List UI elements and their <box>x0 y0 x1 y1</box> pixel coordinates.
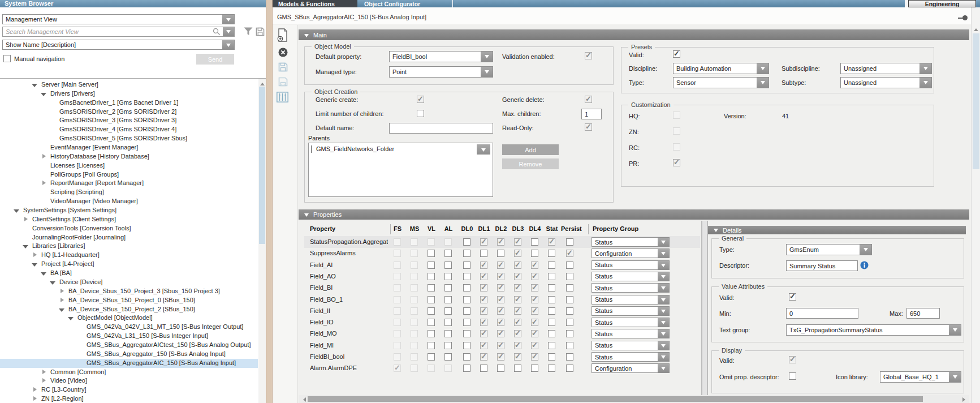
scroll-left-icon[interactable] <box>300 396 306 402</box>
tree-item[interactable]: ZN [L2-Region] <box>0 395 258 403</box>
horizontal-scrollbar-thumb[interactable] <box>308 396 923 402</box>
chevron-collapsed-icon[interactable] <box>59 289 65 295</box>
section-header-properties[interactable]: Properties <box>299 209 969 220</box>
tree-scrollbar-thumb[interactable] <box>259 87 265 244</box>
chevron-collapsed-icon[interactable] <box>41 378 47 384</box>
tree-item[interactable]: ClientSettings [Client Settings] <box>0 215 258 224</box>
tree-item[interactable]: HQ [L1-Headquarter] <box>0 251 258 260</box>
tree-item[interactable]: PollGroups [Poll Groups] <box>0 170 258 179</box>
details-type-dropdown[interactable]: GmsEnum <box>786 244 872 255</box>
tree-scrollbar[interactable] <box>258 79 266 403</box>
tree-item[interactable]: JournalingRootFolder [Journaling] <box>0 233 258 242</box>
tree-item[interactable]: BA_Device_SBus_150_Project_0 [SBus_150] <box>0 296 258 305</box>
tree-item[interactable]: GmsSORISDriver_5 [Gms SORISDriver Sbus] <box>0 134 258 143</box>
info-icon[interactable] <box>860 261 869 269</box>
chevron-expanded-icon[interactable] <box>41 91 47 97</box>
presets-valid-checkbox[interactable] <box>673 50 680 58</box>
pin-icon[interactable] <box>962 15 968 20</box>
section-header-details[interactable]: Details <box>708 226 966 234</box>
panel-splitter[interactable] <box>266 0 273 403</box>
tree-item[interactable]: Licenses [Licenses] <box>0 161 258 170</box>
read-only-checkbox[interactable] <box>585 123 592 131</box>
collapse-icon[interactable] <box>714 229 718 234</box>
new-object-icon[interactable] <box>277 28 288 42</box>
tree-item[interactable]: Libraries [Libraries] <box>0 242 258 251</box>
tree-item[interactable]: EventManager [Event Manager] <box>0 143 258 152</box>
save-icon[interactable] <box>278 62 288 72</box>
chevron-expanded-icon[interactable] <box>59 307 65 313</box>
omit-descriptor-checkbox[interactable] <box>789 372 796 380</box>
tree-item[interactable]: GmsBacnetDriver_1 [Gms Bacnet Driver 1] <box>0 98 258 108</box>
collapse-icon[interactable] <box>304 34 309 40</box>
tree-item[interactable]: GMS_SBus_AggregatorAICtest_150 [S-Bus An… <box>0 341 258 350</box>
subdiscipline-dropdown[interactable]: Unassigned <box>840 63 932 74</box>
chevron-expanded-icon[interactable] <box>68 315 74 321</box>
tree-item[interactable]: RC [L3-Country] <box>0 385 258 395</box>
display-valid-checkbox[interactable] <box>789 356 796 363</box>
managed-type-dropdown[interactable]: Point <box>389 66 493 78</box>
max-children-field[interactable]: 1 <box>581 109 602 119</box>
save-as-icon[interactable] <box>278 77 288 87</box>
chevron-expanded-icon[interactable] <box>41 271 47 277</box>
chevron-collapsed-icon[interactable] <box>32 252 38 259</box>
limit-children-checkbox[interactable] <box>417 110 424 117</box>
section-header-main[interactable]: Main <box>299 29 969 40</box>
tree-item[interactable]: Server [Main Server] <box>0 80 258 89</box>
tree-item[interactable]: ObjectModel [ObjectModel] <box>0 314 258 323</box>
remove-parent-button[interactable]: Remove <box>502 158 559 169</box>
generic-create-checkbox[interactable] <box>417 96 424 103</box>
default-property-dropdown[interactable]: FieldBI_bool <box>389 51 493 62</box>
parent-list-item[interactable]: GMS_FieldNetworks_Folder <box>316 145 394 152</box>
chevron-collapsed-icon[interactable] <box>32 387 38 393</box>
tree-item[interactable]: ConversionTools [Conversion Tools] <box>0 224 258 233</box>
tree-item[interactable]: HistoryDatabase [History Database] <box>0 152 258 161</box>
collapse-icon[interactable] <box>304 213 309 219</box>
max-field[interactable]: 650 <box>906 308 940 319</box>
tree-item[interactable]: Drivers [Drivers] <box>0 89 258 98</box>
preset-type-dropdown[interactable]: Sensor <box>673 77 769 88</box>
tree-item[interactable]: VideoManager [Video Manager] <box>0 197 258 206</box>
chevron-collapsed-icon[interactable] <box>41 370 47 376</box>
tab-models-functions[interactable]: Models & Functions <box>273 0 357 7</box>
chevron-expanded-icon[interactable] <box>32 261 38 268</box>
column-settings-icon[interactable] <box>277 92 288 102</box>
chevron-down-icon[interactable] <box>477 144 490 155</box>
text-group-dropdown[interactable]: TxG_PropagationSummaryStatus <box>786 324 961 336</box>
icon-library-dropdown[interactable]: Global_Base_HQ_1 <box>880 371 961 383</box>
chevron-collapsed-icon[interactable] <box>41 154 47 160</box>
engineering-tab[interactable]: Engineering <box>908 0 976 7</box>
chevron-collapsed-icon[interactable] <box>41 181 47 187</box>
tree-item[interactable]: Video [Video] <box>0 376 258 385</box>
chevron-collapsed-icon[interactable] <box>59 298 65 304</box>
parents-listbox[interactable]: GMS_FieldNetworks_Folder <box>308 143 493 197</box>
tree-item[interactable]: ReportManager [Report Manager] <box>0 179 258 188</box>
tree-item[interactable]: GMS_042Va_042V_L31_MT_150 [S-Bus Integer… <box>0 323 258 332</box>
tree-item[interactable]: SystemSettings [System Settings] <box>0 206 258 215</box>
tab-object-configurator[interactable]: Object Configurator <box>357 0 451 7</box>
details-splitter[interactable] <box>701 221 708 395</box>
chevron-collapsed-icon[interactable] <box>32 396 38 402</box>
vertical-scrollbar[interactable] <box>971 7 980 403</box>
scroll-up-icon[interactable] <box>258 79 266 86</box>
tree-item[interactable]: GmsSORISDriver_3 [Gms SORISDriver 3] <box>0 116 258 125</box>
chevron-expanded-icon[interactable] <box>23 243 29 250</box>
subtype-dropdown[interactable]: Unassigned <box>840 77 932 88</box>
tree-item[interactable]: BA [BA] <box>0 269 258 278</box>
default-name-field[interactable] <box>389 123 493 134</box>
tree-item[interactable]: Common [Common] <box>0 368 258 377</box>
generic-delete-checkbox[interactable] <box>585 96 592 103</box>
tree-item[interactable]: Project [L4-Project] <box>0 260 258 269</box>
scroll-up-icon[interactable] <box>972 25 980 32</box>
validation-enabled-checkbox[interactable] <box>585 52 592 59</box>
tree-item[interactable]: BA_Device_SBus_150_Project_2 [SBus_150] <box>0 305 258 314</box>
tree-item[interactable]: GMS_SBus_AgreggatorAIC_150 [S-Bus Analog… <box>0 359 258 368</box>
horizontal-scrollbar[interactable] <box>299 395 969 403</box>
tree-item[interactable]: GMS_SBus_Agreggator_150 [S-Bus Analog In… <box>0 350 258 359</box>
tree-item[interactable]: GMS_042Va_L31_150 [S-Bus Integer Input] <box>0 332 258 341</box>
cancel-icon[interactable] <box>278 48 288 57</box>
tree-item[interactable]: GmsSORISDriver_2 [Gms SORISDriver 2] <box>0 108 258 117</box>
scroll-right-icon[interactable] <box>961 396 968 402</box>
discipline-dropdown[interactable]: Building Automation <box>673 63 769 74</box>
vertical-scrollbar-thumb[interactable] <box>973 33 979 169</box>
chevron-collapsed-icon[interactable] <box>23 217 29 223</box>
